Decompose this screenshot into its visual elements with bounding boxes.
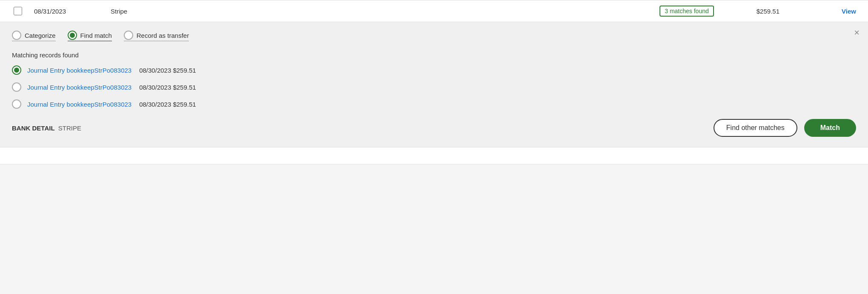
find-match-label: Find match [80, 32, 112, 39]
match-date-1: 08/30/2023 [139, 67, 173, 74]
match-link-1[interactable]: Journal Entry bookkeepStrPo083023 [27, 67, 131, 74]
match-button[interactable]: Match [804, 119, 856, 137]
record-as-transfer-radio[interactable] [124, 31, 133, 40]
categorize-label: Categorize [25, 32, 56, 39]
amount-cell: $259.51 [729, 8, 785, 15]
checkbox-cell [7, 7, 29, 15]
match-row-1: Journal Entry bookkeepStrPo083023 08/30/… [12, 65, 856, 75]
bank-detail-value: STRIPE [58, 124, 81, 132]
footer-row: BANK DETAIL STRIPE Find other matches Ma… [12, 119, 856, 137]
match-meta-3: 08/30/2023 $259.51 [139, 101, 196, 108]
match-date-3: 08/30/2023 [139, 101, 173, 108]
record-as-transfer-option[interactable]: Record as transfer [124, 31, 189, 41]
match-radio-1[interactable] [12, 65, 21, 75]
categorize-option[interactable]: Categorize [12, 31, 56, 41]
payee-value: Stripe [111, 8, 127, 15]
match-amount-2: $259.51 [173, 84, 196, 91]
view-cell: View [827, 8, 861, 15]
match-link-2[interactable]: Journal Entry bookkeepStrPo083023 [27, 84, 131, 91]
match-radio-3[interactable] [12, 99, 21, 109]
footer-buttons: Find other matches Match [714, 119, 856, 137]
match-amount-3: $259.51 [173, 101, 196, 108]
find-other-matches-button[interactable]: Find other matches [714, 119, 797, 137]
match-meta-2: 08/30/2023 $259.51 [139, 84, 196, 91]
find-match-option[interactable]: Find match [68, 31, 112, 41]
close-button[interactable]: × [854, 28, 859, 37]
match-radio-2[interactable] [12, 82, 21, 92]
match-link-3[interactable]: Journal Entry bookkeepStrPo083023 [27, 101, 131, 108]
match-amount-1: $259.51 [173, 67, 196, 74]
match-date-2: 08/30/2023 [139, 84, 173, 91]
radio-tabs: Categorize Find match Record as transfer [12, 31, 856, 41]
date-cell: 08/31/2023 [29, 8, 106, 15]
amount-value: $259.51 [757, 8, 779, 15]
section-label: Matching records found [12, 51, 856, 59]
payee-cell: Stripe [106, 8, 199, 15]
categorize-radio[interactable] [12, 31, 21, 40]
match-row-2: Journal Entry bookkeepStrPo083023 08/30/… [12, 82, 856, 92]
bank-detail-label: BANK DETAIL [12, 124, 55, 132]
record-as-transfer-label: Record as transfer [137, 32, 189, 39]
find-match-radio[interactable] [68, 31, 77, 40]
matches-badge: 3 matches found [660, 6, 714, 17]
transaction-row: 08/31/2023 Stripe 3 matches found $259.5… [0, 0, 868, 22]
matches-badge-cell: 3 matches found [644, 6, 729, 17]
bank-detail: BANK DETAIL STRIPE [12, 124, 81, 132]
date-value: 08/31/2023 [34, 8, 66, 15]
row-checkbox[interactable] [14, 7, 22, 15]
view-link[interactable]: View [842, 8, 856, 15]
match-row-3: Journal Entry bookkeepStrPo083023 08/30/… [12, 99, 856, 109]
expanded-panel: × Categorize Find match Record as transf… [0, 22, 868, 147]
bottom-empty-row [0, 147, 868, 164]
match-meta-1: 08/30/2023 $259.51 [139, 67, 196, 74]
